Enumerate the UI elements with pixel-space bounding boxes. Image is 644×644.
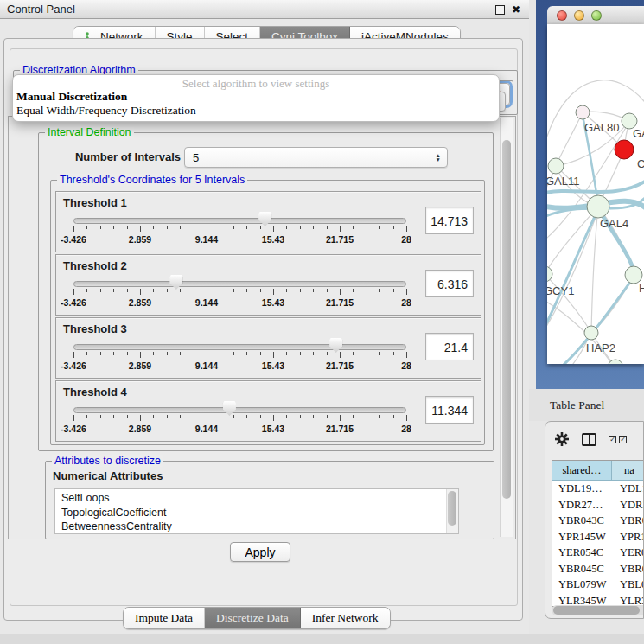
network-node-h[interactable] — [625, 266, 642, 284]
threshold-panel: Threshold 1 -3.4262.8599.14415.4321.7152… — [55, 191, 481, 252]
list-scrollbar-thumb[interactable] — [448, 491, 456, 526]
network-node-c[interactable] — [615, 140, 634, 159]
slider-tick-labels: -3.4262.8599.14415.4321.71528 — [73, 297, 406, 308]
attribute-item-selfloops[interactable]: SelfLoops — [61, 491, 458, 506]
threshold-label: Threshold 2 — [63, 259, 127, 272]
minimize-traffic-light-icon[interactable] — [574, 10, 584, 21]
numerical-attributes-label: Numerical Attributes — [53, 469, 163, 482]
threshold-slider[interactable]: -3.4262.8599.14415.4321.71528 — [73, 400, 406, 437]
network-edge[interactable] — [547, 274, 589, 328]
table-cell: YBL0 — [612, 577, 643, 593]
apply-button[interactable]: Apply — [230, 542, 290, 562]
node-label: H — [639, 282, 644, 295]
table-row[interactable]: YBR045CYBR0 — [552, 561, 643, 577]
table-row[interactable]: YER054CYER0 — [552, 545, 643, 561]
slider-tick-labels: -3.4262.8599.14415.4321.71528 — [73, 234, 406, 245]
table-cell: YPR145W — [552, 529, 612, 545]
table-cell: YER0 — [612, 545, 643, 561]
slider-track[interactable] — [73, 281, 406, 287]
slider-track[interactable] — [73, 218, 406, 224]
settings-scrollbar[interactable] — [500, 118, 513, 537]
list-scrollbar[interactable] — [446, 489, 458, 533]
slider-thumb[interactable] — [329, 338, 342, 353]
settings-scrollbar-thumb[interactable] — [502, 140, 511, 499]
float-window-icon[interactable] — [495, 5, 505, 15]
table-cell: YBR043C — [552, 513, 612, 529]
table-row[interactable]: YBR043CYBR0 — [552, 513, 643, 529]
slider-thumb[interactable] — [223, 401, 236, 416]
slider-track[interactable] — [73, 344, 406, 350]
threshold-panel: Threshold 2 -3.4262.8599.14415.4321.7152… — [55, 254, 481, 316]
slider-ticks — [73, 415, 406, 423]
right-column: GAL80GACGAL11GAL4GCY1HHAP2 Table Panel ✓… — [529, 0, 644, 644]
combo-arrows-icon: ▲▼ — [436, 153, 441, 162]
node-label: GA — [633, 127, 644, 140]
node-table: shared…na YDL19…YDL1YDR27…YDR2YBR043CYBR… — [552, 460, 643, 607]
slider-track[interactable] — [73, 407, 406, 413]
tab-impute-data[interactable]: Impute Data — [124, 608, 205, 628]
number-of-intervals-combobox[interactable]: 5 ▲▼ — [184, 147, 448, 168]
popup-prompt: Select algorithm to view settings — [13, 77, 499, 90]
threshold-label: Threshold 4 — [63, 386, 127, 399]
select-columns-icon[interactable]: ✓ ✓ — [609, 436, 627, 443]
close-traffic-light-icon[interactable] — [557, 10, 567, 21]
table-cell: YDR2 — [612, 497, 643, 513]
slider-thumb[interactable] — [169, 275, 182, 290]
threshold-panel: Threshold 4 -3.4262.8599.14415.4321.7152… — [55, 380, 481, 442]
network-window-titlebar — [547, 6, 644, 25]
table-panel-title: Table Panel — [550, 399, 604, 412]
threshold-slider[interactable]: -3.4262.8599.14415.4321.71528 — [73, 211, 406, 247]
node-label: GAL80 — [584, 121, 619, 134]
number-of-intervals-label: Number of Intervals — [72, 150, 181, 163]
table-row[interactable]: YBL079WYBL0 — [552, 577, 643, 593]
attribute-item-topologicalcoefficient[interactable]: TopologicalCoefficient — [61, 506, 458, 520]
close-icon[interactable]: ✖ — [512, 4, 520, 15]
network-edge[interactable] — [556, 112, 583, 166]
table-cell: YDL1 — [612, 481, 643, 497]
numerical-attributes-list[interactable]: SelfLoopsTopologicalCoefficientBetweenne… — [54, 488, 459, 534]
node-label: GAL4 — [600, 217, 628, 230]
attribute-item-betweennesscentrality[interactable]: BetweennessCentrality — [61, 520, 458, 534]
network-node-gcy1[interactable] — [547, 266, 552, 282]
gear-icon[interactable] — [554, 431, 570, 447]
group-title: Threshold's Coordinates for 5 Intervals — [57, 174, 247, 186]
table-horizontal-scrollbar-thumb[interactable] — [553, 606, 640, 615]
table-cell: YDR27… — [552, 497, 612, 513]
table-panel-header: Table Panel — [529, 389, 644, 421]
algorithm-option-manual-discretization[interactable]: Manual Discretization — [13, 90, 499, 104]
group-title: Interval Definition — [45, 126, 134, 138]
threshold-label: Threshold 1 — [63, 196, 127, 209]
threshold-value-field[interactable]: 21.4 — [425, 333, 474, 360]
network-node-hap2[interactable] — [584, 326, 598, 340]
slider-thumb[interactable] — [258, 212, 271, 226]
table-cell: YER054C — [552, 545, 612, 561]
split-table-icon[interactable] — [582, 433, 596, 446]
interval-definition-group: Interval Definition Number of Intervals … — [38, 132, 494, 451]
threshold-value-field[interactable]: 14.713 — [425, 207, 474, 234]
tab-discretize-data[interactable]: Discretize Data — [205, 608, 301, 628]
column-header-2[interactable]: na — [612, 461, 643, 480]
threshold-slider[interactable]: -3.4262.8599.14415.4321.71528 — [73, 337, 406, 373]
threshold-slider[interactable]: -3.4262.8599.14415.4321.71528 — [73, 274, 406, 310]
table-panel: ✓ ✓ shared…na YDL19…YDL1YDR27…YDR2YBR043… — [545, 421, 644, 619]
table-row[interactable]: YPR145WYPR1 — [552, 529, 643, 545]
algorithm-option-equal-width-frequency-discretization[interactable]: Equal Width/Frequency Discretization — [13, 104, 499, 118]
column-header-1[interactable]: shared… — [552, 461, 612, 480]
network-node-gal4[interactable] — [587, 195, 609, 218]
threshold-value-field[interactable]: 6.316 — [425, 270, 474, 297]
node-label: HAP2 — [586, 341, 615, 354]
tab-infer-network[interactable]: Infer Network — [301, 608, 390, 628]
network-node-gal80[interactable] — [576, 105, 590, 119]
zoom-traffic-light-icon[interactable] — [591, 10, 602, 21]
table-horizontal-scrollbar[interactable] — [552, 605, 643, 615]
thresholds-group: Threshold's Coordinates for 5 Intervals … — [50, 180, 485, 445]
network-node-gal11[interactable] — [548, 158, 564, 174]
tab-label: Discretize Data — [216, 611, 289, 625]
desktop-bottom-strip — [0, 634, 644, 644]
slider-tick-labels: -3.4262.8599.14415.4321.71528 — [73, 424, 406, 434]
table-header-row: shared…na — [552, 461, 643, 481]
threshold-value-field[interactable]: 11.344 — [425, 396, 474, 424]
network-canvas[interactable]: GAL80GACGAL11GAL4GCY1HHAP2 — [547, 24, 644, 364]
table-row[interactable]: YDR27…YDR2 — [552, 497, 643, 513]
table-row[interactable]: YDL19…YDL1 — [552, 481, 643, 497]
